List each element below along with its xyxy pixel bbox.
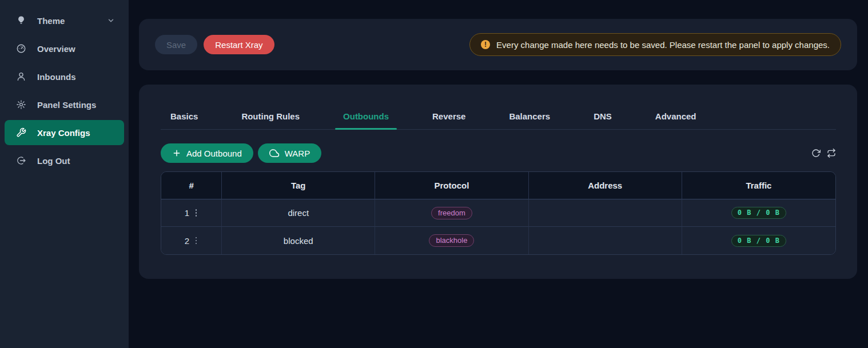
chevron-down-icon xyxy=(107,17,115,25)
save-warning-alert: ! Every change made here needs to be sav… xyxy=(469,33,841,56)
tab-routing-rules[interactable]: Routing Rules xyxy=(240,103,301,129)
sidebar-item-label: Xray Configs xyxy=(37,128,90,138)
save-button[interactable]: Save xyxy=(155,35,197,54)
sidebar-item-label: Panel Settings xyxy=(37,100,96,110)
tab-advanced[interactable]: Advanced xyxy=(654,103,698,129)
sidebar-item-log-out[interactable]: Log Out xyxy=(5,148,124,173)
config-tabs: Basics Routing Rules Outbounds Reverse B… xyxy=(161,103,836,130)
sidebar-item-overview[interactable]: Overview xyxy=(5,36,124,61)
refresh-icon[interactable] xyxy=(811,149,821,158)
protocol-badge: blackhole xyxy=(429,234,474,247)
xray-config-card: Basics Routing Rules Outbounds Reverse B… xyxy=(139,85,857,279)
row-address xyxy=(529,227,682,254)
gear-icon xyxy=(16,99,26,110)
sidebar-item-panel-settings[interactable]: Panel Settings xyxy=(5,92,124,117)
col-header-index: # xyxy=(161,172,222,199)
user-icon xyxy=(16,71,26,82)
col-header-tag: Tag xyxy=(222,172,375,199)
add-outbound-button[interactable]: Add Outbound xyxy=(161,143,253,163)
sidebar-item-label: Inbounds xyxy=(37,72,76,82)
dashboard-icon xyxy=(16,43,26,54)
cloud-icon xyxy=(269,148,280,158)
warp-button[interactable]: WARP xyxy=(258,143,321,163)
sidebar-item-xray-configs[interactable]: Xray Configs xyxy=(5,120,124,145)
row-tag: direct xyxy=(222,199,375,227)
plus-icon xyxy=(172,149,181,158)
wrench-icon xyxy=(16,127,26,138)
row-menu-icon[interactable] xyxy=(194,236,198,246)
repeat-icon[interactable] xyxy=(827,149,836,158)
sidebar-item-label: Theme xyxy=(37,16,65,26)
bulb-icon xyxy=(16,15,26,26)
protocol-badge: freedom xyxy=(431,207,472,219)
toolbar-card: Save Restart Xray ! Every change made he… xyxy=(139,19,857,70)
outbounds-table: # Tag Protocol Address Traffic 1 direct xyxy=(161,171,836,255)
sidebar-item-inbounds[interactable]: Inbounds xyxy=(5,64,124,89)
restart-xray-button[interactable]: Restart Xray xyxy=(204,35,274,54)
sidebar-item-label: Overview xyxy=(37,44,75,54)
table-row: 1 direct freedom 0 B / 0 B xyxy=(161,199,835,227)
table-row: 2 blocked blackhole 0 B / 0 B xyxy=(161,227,835,254)
logout-icon xyxy=(16,155,26,166)
sidebar-item-theme[interactable]: Theme xyxy=(5,8,124,33)
traffic-badge: 0 B / 0 B xyxy=(731,235,786,247)
warning-circle-icon: ! xyxy=(481,40,490,49)
col-header-address: Address xyxy=(529,172,682,199)
tab-reverse[interactable]: Reverse xyxy=(431,103,467,129)
tab-basics[interactable]: Basics xyxy=(169,103,199,129)
table-header-row: # Tag Protocol Address Traffic xyxy=(161,172,835,199)
tab-dns[interactable]: DNS xyxy=(592,103,613,129)
traffic-badge: 0 B / 0 B xyxy=(731,207,786,219)
outbounds-action-row: Add Outbound WARP xyxy=(161,143,836,163)
tab-outbounds[interactable]: Outbounds xyxy=(342,103,390,129)
main-content: Save Restart Xray ! Every change made he… xyxy=(129,0,868,348)
sidebar: Theme Overview Inbounds Panel Settings X… xyxy=(0,0,129,348)
row-tag: blocked xyxy=(222,227,375,254)
row-index: 1 xyxy=(185,208,189,218)
col-header-traffic: Traffic xyxy=(682,172,835,199)
table-tools xyxy=(811,149,836,158)
alert-message: Every change made here needs to be saved… xyxy=(496,40,830,50)
row-address xyxy=(529,199,682,227)
col-header-protocol: Protocol xyxy=(375,172,528,199)
row-index: 2 xyxy=(185,236,189,246)
row-menu-icon[interactable] xyxy=(194,208,198,218)
sidebar-item-label: Log Out xyxy=(37,156,70,166)
tab-balancers[interactable]: Balancers xyxy=(508,103,551,129)
